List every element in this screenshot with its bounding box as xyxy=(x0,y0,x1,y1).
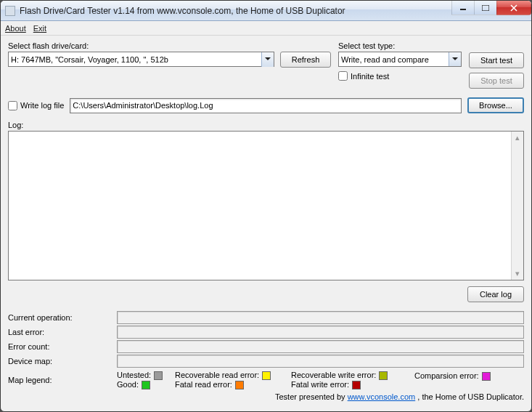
window-controls xyxy=(452,1,531,15)
legend-comparsion-label: Comparsion error: xyxy=(414,371,479,380)
test-type-label: Select test type: xyxy=(338,41,462,50)
drive-select[interactable]: H: 7647MB, "Corsair, Voyager, 1100, ", 5… xyxy=(8,52,274,67)
svg-rect-1 xyxy=(482,5,489,11)
current-op-label: Current operation: xyxy=(8,313,117,322)
legend-good-label: Good: xyxy=(117,380,139,389)
legend-untested-label: Untested: xyxy=(117,371,151,379)
legend-fatalwrite-label: Fatal write error: xyxy=(291,380,349,389)
titlebar[interactable]: Flash Drive/Card Tester v1.14 from www.v… xyxy=(1,1,531,21)
log-path-input[interactable] xyxy=(70,98,462,113)
current-op-field xyxy=(117,311,524,324)
window-title: Flash Drive/Card Tester v1.14 from www.v… xyxy=(20,6,345,16)
device-map-field xyxy=(117,355,524,368)
infinite-test-checkbox[interactable]: Infinite test xyxy=(338,71,389,81)
legend-recwrite-swatch xyxy=(379,371,388,380)
app-window: Flash Drive/Card Tester v1.14 from www.v… xyxy=(0,0,532,412)
footer-link[interactable]: www.vconsole.com xyxy=(348,392,416,401)
log-textarea[interactable]: ▴ ▾ xyxy=(8,131,524,280)
error-count-field xyxy=(117,340,524,353)
drive-label: Select flash drive/card: xyxy=(8,41,331,50)
legend-fatalread-label: Fatal read error: xyxy=(175,380,232,389)
write-log-checkbox[interactable]: Write log file xyxy=(8,101,64,110)
client-area: Select flash drive/card: H: 7647MB, "Cor… xyxy=(1,36,531,405)
legend-fatalwrite-swatch xyxy=(352,381,361,389)
minimize-button[interactable] xyxy=(451,1,475,15)
device-map-label: Device map: xyxy=(8,357,117,365)
infinite-test-input[interactable] xyxy=(338,71,348,81)
error-count-label: Error count: xyxy=(8,342,117,351)
test-type-select[interactable]: Write, read and compare xyxy=(338,52,462,67)
footer-prefix: Tester presented by xyxy=(275,392,348,401)
svg-rect-0 xyxy=(460,9,466,10)
infinite-test-label: Infinite test xyxy=(351,72,389,81)
app-icon xyxy=(5,6,15,16)
map-legend: Map legend: Untested: Good: Recoverable … xyxy=(8,371,524,389)
legend-recwrite-label: Recoverable write error: xyxy=(291,371,376,379)
scroll-down-icon[interactable]: ▾ xyxy=(512,267,523,280)
refresh-button[interactable]: Refresh xyxy=(280,52,331,68)
last-error-field xyxy=(117,326,524,339)
legend-untested-swatch xyxy=(154,371,163,380)
browse-button[interactable]: Browse... xyxy=(467,97,524,113)
menu-exit[interactable]: Exit xyxy=(33,24,46,33)
legend-good-swatch xyxy=(142,381,150,389)
stop-test-button[interactable]: Stop test xyxy=(469,73,524,89)
last-error-label: Last error: xyxy=(8,328,117,336)
close-button[interactable] xyxy=(496,1,531,15)
legend-label: Map legend: xyxy=(8,376,117,384)
legend-fatalread-swatch xyxy=(235,381,244,389)
write-log-input[interactable] xyxy=(8,101,17,110)
write-log-label: Write log file xyxy=(20,101,64,110)
menubar: About Exit xyxy=(1,21,531,36)
footer: Tester presented by www.vconsole.com , t… xyxy=(8,392,524,401)
log-label: Log: xyxy=(8,121,524,129)
log-scrollbar[interactable]: ▴ ▾ xyxy=(511,132,523,280)
legend-comparsion-swatch xyxy=(482,372,491,381)
start-test-button[interactable]: Start test xyxy=(469,52,524,68)
maximize-button[interactable] xyxy=(474,1,497,15)
legend-recread-label: Recoverable read error: xyxy=(175,371,259,379)
menu-about[interactable]: About xyxy=(5,24,26,33)
footer-suffix: , the Home of USB Duplicator. xyxy=(417,392,524,401)
scroll-up-icon[interactable]: ▴ xyxy=(512,132,523,144)
legend-recread-swatch xyxy=(262,371,271,380)
clear-log-button[interactable]: Clear log xyxy=(467,286,524,302)
